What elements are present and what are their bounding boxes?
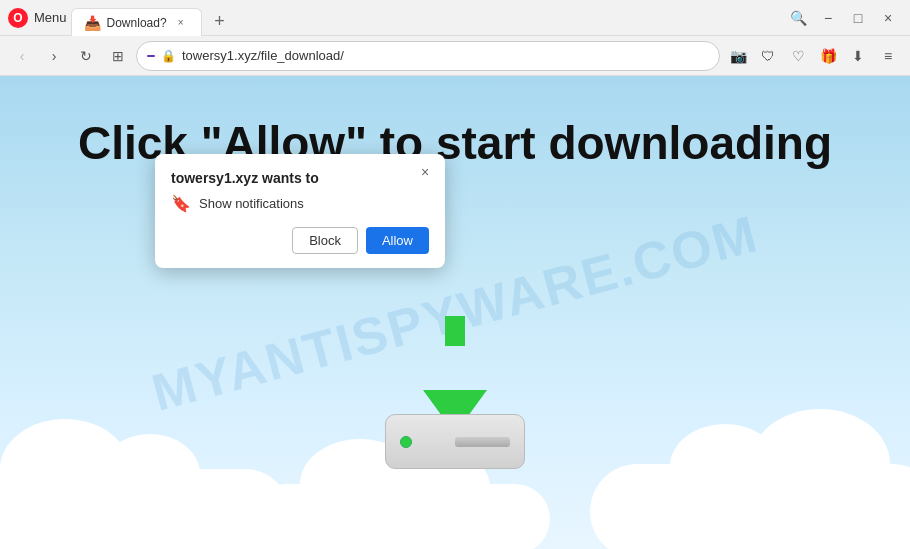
forward-button[interactable]: › <box>40 42 68 70</box>
hdd-led-icon <box>400 436 412 448</box>
tab-title: Download? <box>107 16 167 30</box>
gift-icon[interactable]: 🎁 <box>814 42 842 70</box>
notification-popup: × towersy1.xyz wants to 🔖 Show notificat… <box>155 154 445 268</box>
allow-button[interactable]: Allow <box>366 227 429 254</box>
cloud-left <box>0 469 290 549</box>
cloud-mid <box>250 484 550 549</box>
permission-text: Show notifications <box>199 196 304 211</box>
reload-button[interactable]: ↻ <box>72 42 100 70</box>
browser-window: O Menu 📥 Download? × + 🔍 − □ × ‹ › ↻ ⊞ 🔒 <box>0 0 910 549</box>
opera-logo-icon[interactable]: O <box>8 8 28 28</box>
menu-bars-icon[interactable]: ≡ <box>874 42 902 70</box>
popup-close-button[interactable]: × <box>415 162 435 182</box>
page-content: MYANTISPYWARE.COM Click "Allow" to start… <box>0 76 910 549</box>
lock-icon: 🔒 <box>161 49 176 63</box>
tabs-grid-icon[interactable]: ⊞ <box>104 42 132 70</box>
url-domain: towersy1.xyz <box>182 48 257 63</box>
popup-title: towersy1.xyz wants to <box>171 170 429 186</box>
close-button[interactable]: × <box>874 4 902 32</box>
hdd-bar <box>455 437 510 447</box>
toolbar: ‹ › ↻ ⊞ 🔒 towersy1.xyz/file_download/ 📷 … <box>0 36 910 76</box>
title-bar-left: O Menu <box>8 8 71 28</box>
download-icon[interactable]: ⬇ <box>844 42 872 70</box>
tab-favicon-icon: 📥 <box>84 15 101 31</box>
new-tab-button[interactable]: + <box>206 7 234 35</box>
address-text: towersy1.xyz/file_download/ <box>182 48 709 63</box>
bookmark-heart-icon[interactable]: ♡ <box>784 42 812 70</box>
shield-icon[interactable]: 🛡 <box>754 42 782 70</box>
toolbar-right-icons: 📷 🛡 ♡ 🎁 ⬇ ≡ <box>724 42 902 70</box>
hdd-body <box>385 414 525 469</box>
minimize-button[interactable]: − <box>814 4 842 32</box>
menu-label[interactable]: Menu <box>34 10 67 25</box>
cloud-right <box>590 464 910 549</box>
search-icon[interactable]: 🔍 <box>784 4 812 32</box>
camera-icon[interactable]: 📷 <box>724 42 752 70</box>
notification-icon: 🔖 <box>171 194 191 213</box>
window-controls: 🔍 − □ × <box>784 4 902 32</box>
tabs-area: 📥 Download? × + <box>71 0 776 35</box>
active-tab[interactable]: 📥 Download? × <box>71 8 202 36</box>
block-button[interactable]: Block <box>292 227 358 254</box>
download-illustration <box>385 360 525 469</box>
popup-buttons: Block Allow <box>171 227 429 254</box>
title-bar: O Menu 📥 Download? × + 🔍 − □ × <box>0 0 910 36</box>
arrow-stem <box>445 316 465 346</box>
url-path: /file_download/ <box>257 48 344 63</box>
vpn-badge <box>147 55 155 57</box>
maximize-button[interactable]: □ <box>844 4 872 32</box>
page-main-text: Click "Allow" to start downloading <box>0 116 910 171</box>
popup-permission: 🔖 Show notifications <box>171 194 429 213</box>
address-bar[interactable]: 🔒 towersy1.xyz/file_download/ <box>136 41 720 71</box>
back-button[interactable]: ‹ <box>8 42 36 70</box>
tab-close-button[interactable]: × <box>173 15 189 31</box>
